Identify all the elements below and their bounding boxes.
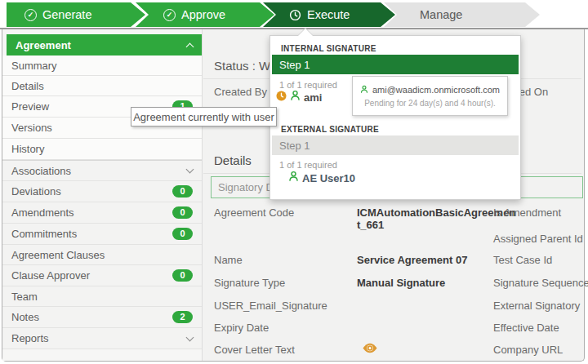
workflow-step-label: Approve — [181, 8, 225, 21]
internal-signer-name: ami — [304, 91, 322, 104]
sidebar-item-summary[interactable]: Summary — [2, 55, 202, 76]
external-signer-row[interactable]: AE User10 — [288, 171, 355, 185]
chevron-up-icon — [186, 42, 194, 51]
workflow-step-generate[interactable]: ✓ Generate — [7, 2, 145, 27]
signature-steps-popup: INTERNAL SIGNATURE Step 1 1 of 1 require… — [270, 35, 521, 200]
sidebar-item-details[interactable]: Details — [2, 76, 202, 96]
internal-required-text: 1 of 1 required — [279, 80, 337, 90]
field-label-company-url: Company URL — [493, 344, 563, 356]
field-label-expiry-date: Expiry Date — [214, 322, 269, 334]
field-label-user-email-signature: USER_Email_Signature — [214, 300, 327, 312]
external-signer-name: AE User10 — [302, 172, 355, 184]
chevron-down-icon — [186, 166, 194, 174]
sidebar-item-label: Versions — [11, 122, 52, 134]
count-badge: 2 — [172, 311, 193, 323]
field-label-cover-letter-text: Cover Letter Text — [214, 344, 295, 356]
sidebar-item-associations[interactable]: Associations — [2, 160, 202, 181]
sidebar-item-label: Amendments — [11, 206, 74, 219]
count-badge: 0 — [172, 185, 193, 198]
person-icon — [288, 171, 299, 185]
workflow-step-label: Execute — [307, 8, 350, 21]
person-icon — [360, 85, 368, 95]
external-signature-header: EXTERNAL SIGNATURE — [281, 125, 379, 134]
field-label-is-amendment: Is Amendment — [493, 206, 561, 219]
person-icon — [290, 90, 301, 104]
tooltip-text: Agreement currently with user — [133, 111, 274, 123]
sidebar-item-reports[interactable]: Reports — [2, 328, 202, 349]
count-badge: 0 — [172, 228, 193, 240]
icm-agreement-screen: ✓ Generate ✓ Approve Execute Manage Agre… — [0, 0, 588, 364]
sidebar-item-label: History — [11, 143, 44, 155]
sidebar-group-agreement[interactable]: Agreement — [7, 34, 202, 55]
sidebar-item-label: Commitments — [11, 228, 77, 240]
clock-icon — [289, 9, 301, 21]
field-value-name: Service Agreement 07 — [357, 254, 467, 266]
sidebar-item-label: Notes — [11, 311, 39, 323]
sidebar-item-agreement-clauses[interactable]: Agreement Clauses — [2, 245, 202, 265]
signer-email: ami@waadicm.onmicrosoft.com — [372, 85, 500, 95]
workflow-step-execute[interactable]: Execute — [263, 2, 395, 27]
sidebar-item-team[interactable]: Team — [2, 286, 202, 307]
external-required-text: 1 of 1 required — [279, 160, 337, 170]
external-step-bar: Step 1 — [272, 135, 519, 155]
internal-step-bar: Step 1 — [272, 55, 519, 74]
sidebar-item-commitments[interactable]: Commitments 0 — [2, 224, 202, 245]
sidebar-item-label: Reports — [11, 332, 49, 344]
step-label: Step 1 — [279, 140, 310, 152]
sidebar-item-label: Preview — [11, 100, 49, 113]
chevron-down-icon — [186, 333, 194, 341]
sidebar-item-label: Details — [11, 80, 44, 92]
pending-duration-text: Pending for 24 day(s) and 4 hour(s). — [364, 99, 496, 108]
internal-signature-header: INTERNAL SIGNATURE — [281, 44, 376, 53]
step-label: Step 1 — [279, 59, 310, 71]
field-label-external-signatory: External Signatory — [493, 300, 580, 312]
field-label-agreement-code: Agreement Code — [214, 206, 294, 219]
count-badge: 0 — [172, 269, 193, 282]
sidebar-item-notes[interactable]: Notes 2 — [2, 307, 202, 328]
created-by-label: Created By — [214, 86, 267, 98]
field-value-signature-type: Manual Signature — [357, 277, 445, 289]
signer-email-tooltip: ami@waadicm.onmicrosoft.com Pending for … — [352, 76, 508, 116]
sidebar-item-label: Clause Approver — [11, 269, 90, 282]
sidebar-item-deviations[interactable]: Deviations 0 — [2, 181, 202, 202]
count-badge: 0 — [172, 206, 193, 219]
sidebar-item-label: Agreement Clauses — [11, 249, 105, 261]
sidebar-item-label: Deviations — [11, 185, 61, 198]
eye-icon[interactable] — [362, 342, 378, 357]
popup-notch — [298, 29, 313, 36]
pending-clock-icon — [276, 90, 287, 104]
sidebar-item-label: Team — [11, 291, 38, 303]
sidebar-item-label: Summary — [11, 60, 57, 72]
field-label-test-case-id: Test Case Id — [493, 254, 552, 266]
internal-signer-row[interactable]: ami — [276, 90, 322, 104]
workflow-step-approve[interactable]: ✓ Approve — [136, 2, 274, 27]
field-label-effective-date: Effective Date — [493, 322, 559, 334]
field-label-signature-type: Signature Type — [214, 277, 285, 289]
check-circle-icon: ✓ — [163, 9, 176, 21]
workflow-step-label: Generate — [42, 8, 91, 21]
field-label-assigned-parent-id: Assigned Parent Id — [493, 233, 583, 245]
sidebar-item-history[interactable]: History — [2, 139, 202, 160]
sidebar: Agreement Summary Details Preview 1 Vers… — [2, 29, 203, 361]
agreement-status: Status : W — [214, 59, 270, 73]
check-circle-icon: ✓ — [24, 9, 37, 21]
details-heading: Details — [214, 153, 252, 167]
field-label-signature-sequence: Signature Sequence — [493, 277, 588, 289]
field-label-name: Name — [214, 254, 243, 266]
agreement-status-tooltip: Agreement currently with user — [131, 107, 277, 127]
workflow-step-label: Manage — [420, 8, 462, 21]
sidebar-group-label: Agreement — [16, 39, 71, 51]
sidebar-item-clause-approver[interactable]: Clause Approver 0 — [2, 265, 202, 286]
workflow-step-manage[interactable]: Manage — [384, 2, 540, 27]
sidebar-item-label: Associations — [11, 165, 71, 177]
sidebar-item-amendments[interactable]: Amendments 0 — [2, 202, 202, 224]
